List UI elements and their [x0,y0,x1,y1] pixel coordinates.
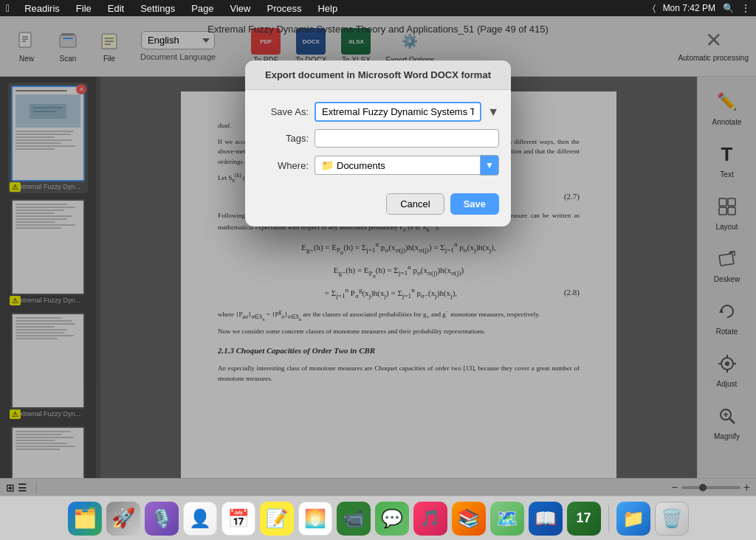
dock-music[interactable]: 🎵 [413,502,447,536]
menu-process[interactable]: Process [264,3,304,14]
dock-files[interactable]: 📁 [616,502,650,536]
modal-body: Save As: ▼ Tags: Where: 📁 Documents ▼ [245,90,511,187]
menu-bar:  Readiris File Edit Settings Page View … [0,0,756,16]
cancel-button[interactable]: Cancel [386,193,444,215]
dock-photos[interactable]: 🌅 [298,502,332,536]
tags-row: Tags: [257,129,499,148]
menu-readiris[interactable]: Readiris [21,3,63,14]
control-center-icon[interactable]: ⋮ [741,3,750,13]
menu-view[interactable]: View [227,3,254,14]
folder-name: Documents [337,160,385,171]
dock-readiris[interactable]: 📖 [529,502,563,536]
menu-bar-right: 〈 Mon 7:42 PM 🔍 ⋮ [653,3,750,13]
wifi-icon: 〈 [653,3,656,13]
where-folder-select[interactable]: 📁 Documents [315,156,480,175]
export-modal: Export document in Microsoft Word DOCX f… [245,60,511,226]
dock-finder[interactable]: 🗂️ [68,502,102,536]
menu-file[interactable]: File [73,3,94,14]
menu-bar-items: Readiris File Edit Settings Page View Pr… [21,3,641,14]
dock-notes[interactable]: 📝 [260,502,294,536]
dock-calendar[interactable]: 📅 [221,502,255,536]
save-button[interactable]: Save [450,193,499,215]
modal-title: Export document in Microsoft Word DOCX f… [245,60,511,90]
dock-divider [608,505,609,532]
dock-facetime[interactable]: 📹 [337,502,371,536]
save-as-dropdown-icon[interactable]: ▼ [487,105,499,119]
dock-maps[interactable]: 🗺️ [490,502,524,536]
menu-edit[interactable]: Edit [105,3,127,14]
where-dropdown-button[interactable]: ▼ [480,155,499,176]
dock-trash[interactable]: 🗑️ [655,502,689,536]
tags-input[interactable] [315,129,499,148]
menu-page[interactable]: Page [188,3,216,14]
dock-launchpad[interactable]: 🚀 [106,502,140,536]
dock-books[interactable]: 📚 [452,502,486,536]
folder-icon: 📁 [321,159,334,171]
where-row: Where: 📁 Documents ▼ [257,155,499,176]
modal-overlay: Export document in Microsoft Word DOCX f… [0,16,756,496]
clock: Mon 7:42 PM [663,3,715,13]
dock-messages[interactable]: 💬 [375,502,409,536]
search-icon[interactable]: 🔍 [723,3,734,13]
dock-siri[interactable]: 🎙️ [145,502,179,536]
modal-actions: Cancel Save [245,187,511,226]
save-as-input[interactable] [315,102,481,122]
menu-help[interactable]: Help [315,3,340,14]
dock-numbers[interactable]: 17 [567,502,601,536]
save-as-label: Save As: [257,106,309,117]
menu-settings[interactable]: Settings [137,3,178,14]
save-as-row: Save As: ▼ [257,102,499,122]
where-select-area: 📁 Documents ▼ [315,155,499,176]
dock-contacts[interactable]: 👤 [183,502,217,536]
apple-menu[interactable]:  [6,2,10,14]
tags-label: Tags: [257,133,309,144]
where-label: Where: [257,160,309,171]
dock: 🗂️ 🚀 🎙️ 👤 📅 📝 🌅 📹 💬 🎵 📚 🗺️ 📖 17 📁 [0,496,756,540]
